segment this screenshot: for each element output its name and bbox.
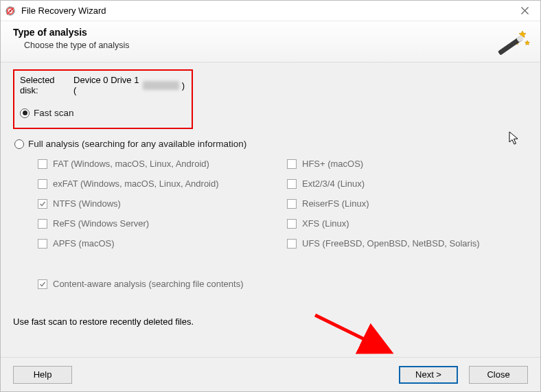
fast-scan-label: Fast scan xyxy=(34,108,74,118)
selected-disk-label: Selected disk: Device 0 Drive 1 ( ) xyxy=(20,75,185,95)
checkbox-label: APFS (macOS) xyxy=(53,238,115,249)
filesystem-checkbox-apfs[interactable]: APFS (macOS) xyxy=(38,238,279,249)
filesystem-checkbox-exfat[interactable]: exFAT (Windows, macOS, Linux, Android) xyxy=(38,178,279,189)
selected-disk-caption: Selected disk: xyxy=(20,75,72,95)
checkbox-icon xyxy=(38,179,47,189)
checkbox-icon xyxy=(38,199,47,209)
button-label: Close xyxy=(487,369,509,380)
app-icon xyxy=(5,5,16,16)
wizard-header: Type of analysis Choose the type of anal… xyxy=(1,21,540,62)
filesystem-checkbox-xfs[interactable]: XFS (Linux) xyxy=(287,218,528,229)
checkbox-label: ReiserFS (Linux) xyxy=(302,198,369,209)
filesystem-checkbox-ext[interactable]: Ext2/3/4 (Linux) xyxy=(287,178,528,189)
wizard-body: Selected disk: Device 0 Drive 1 ( ) Fast… xyxy=(1,62,540,357)
filesystem-checkbox-reiserfs[interactable]: ReiserFS (Linux) xyxy=(287,198,528,209)
checkbox-icon xyxy=(287,199,297,209)
next-button[interactable]: Next > xyxy=(399,366,458,384)
selected-disk-suffix: ) xyxy=(182,80,185,91)
checkbox-icon xyxy=(287,179,297,189)
highlight-annotation: Selected disk: Device 0 Drive 1 ( ) Fast… xyxy=(13,69,193,129)
checkbox-label: XFS (Linux) xyxy=(302,218,349,229)
button-label: Help xyxy=(34,369,52,380)
page-subheading: Choose the type of analysis xyxy=(24,41,528,50)
content-aware-checkbox[interactable]: Content-aware analysis (searching file c… xyxy=(38,279,528,289)
checkbox-label: UFS (FreeBSD, OpenBSD, NetBSD, Solaris) xyxy=(302,238,480,249)
wizard-window: File Recovery Wizard Type of analysis Ch… xyxy=(0,0,541,392)
checkbox-icon xyxy=(38,219,47,229)
filesystem-options: FAT (Windows, macOS, Linux, Android) HFS… xyxy=(38,159,528,249)
page-heading: Type of analysis xyxy=(13,27,528,38)
fast-scan-option[interactable]: Fast scan xyxy=(20,108,185,118)
window-close-button[interactable] xyxy=(509,1,540,21)
checkbox-label: Content-aware analysis (searching file c… xyxy=(53,279,243,289)
checkbox-icon xyxy=(38,239,47,249)
window-title: File Recovery Wizard xyxy=(21,5,106,16)
checkbox-icon xyxy=(287,239,297,249)
checkbox-label: HFS+ (macOS) xyxy=(302,159,363,169)
checkbox-label: exFAT (Windows, macOS, Linux, Android) xyxy=(53,178,219,189)
selected-disk-value: Device 0 Drive 1 ( xyxy=(73,75,140,95)
checkbox-icon xyxy=(38,279,47,289)
titlebar: File Recovery Wizard xyxy=(1,1,540,21)
hint-text: Use fast scan to restore recently delete… xyxy=(13,316,528,327)
checkbox-icon xyxy=(287,159,297,169)
checkbox-label: FAT (Windows, macOS, Linux, Android) xyxy=(53,159,209,169)
filesystem-checkbox-ntfs[interactable]: NTFS (Windows) xyxy=(38,198,279,209)
filesystem-checkbox-fat[interactable]: FAT (Windows, macOS, Linux, Android) xyxy=(38,159,279,169)
checkbox-label: NTFS (Windows) xyxy=(53,198,121,209)
radio-icon xyxy=(14,139,24,149)
checkbox-icon xyxy=(287,219,297,229)
filesystem-checkbox-hfs[interactable]: HFS+ (macOS) xyxy=(287,159,528,169)
button-label: Next > xyxy=(415,369,441,380)
filesystem-checkbox-ufs[interactable]: UFS (FreeBSD, OpenBSD, NetBSD, Solaris) xyxy=(287,238,528,249)
checkbox-label: Ext2/3/4 (Linux) xyxy=(302,178,365,189)
redacted-text xyxy=(143,81,179,90)
radio-icon xyxy=(20,108,30,118)
checkbox-icon xyxy=(38,159,47,169)
full-analysis-label: Full analysis (searching for any availab… xyxy=(28,139,246,149)
wizard-footer: Help Next > Close xyxy=(1,357,540,391)
filesystem-checkbox-refs[interactable]: ReFS (Windows Server) xyxy=(38,218,279,229)
close-button[interactable]: Close xyxy=(469,366,528,384)
help-button[interactable]: Help xyxy=(13,366,72,384)
checkbox-label: ReFS (Windows Server) xyxy=(53,218,149,229)
full-analysis-option[interactable]: Full analysis (searching for any availab… xyxy=(14,139,528,149)
wand-icon xyxy=(498,27,531,60)
